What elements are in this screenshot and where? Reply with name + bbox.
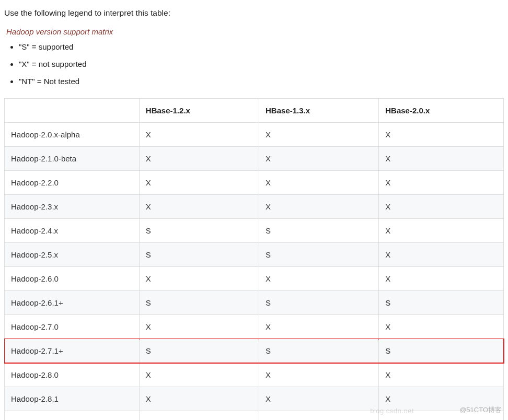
cell-value: X: [379, 267, 504, 291]
cell-value: X: [259, 387, 379, 411]
cell-value: S: [139, 243, 259, 267]
table-row: Hadoop-3.0.0NTNTNT: [5, 411, 504, 421]
cell-value: S: [379, 339, 504, 363]
cell-value: NT: [139, 411, 259, 421]
table-body: Hadoop-2.0.x-alphaXXXHadoop-2.1.0-betaXX…: [5, 123, 504, 421]
cell-value: X: [379, 219, 504, 243]
table-row: Hadoop-2.3.xXXX: [5, 195, 504, 219]
col-header-empty: [5, 99, 140, 123]
col-header-hbase13: HBase-1.3.x: [259, 99, 379, 123]
cell-value: X: [139, 171, 259, 195]
support-matrix-table: HBase-1.2.x HBase-1.3.x HBase-2.0.x Hado…: [4, 98, 504, 420]
col-header-hbase12: HBase-1.2.x: [139, 99, 259, 123]
cell-value: X: [379, 387, 504, 411]
row-label: Hadoop-3.0.0: [5, 411, 140, 421]
row-label: Hadoop-2.5.x: [5, 243, 140, 267]
table-row: Hadoop-2.4.xSSX: [5, 219, 504, 243]
legend-title: Hadoop version support matrix: [6, 27, 504, 36]
cell-value: S: [139, 291, 259, 315]
row-label: Hadoop-2.2.0: [5, 171, 140, 195]
intro-text: Use the following legend to interpret th…: [4, 8, 504, 18]
row-label: Hadoop-2.3.x: [5, 195, 140, 219]
cell-value: X: [259, 171, 379, 195]
row-label: Hadoop-2.8.0: [5, 363, 140, 387]
row-label: Hadoop-2.7.1+: [5, 339, 140, 363]
cell-value: S: [259, 339, 379, 363]
col-header-hbase20: HBase-2.0.x: [379, 99, 504, 123]
cell-value: X: [139, 315, 259, 339]
table-row: Hadoop-2.8.0XXX: [5, 363, 504, 387]
cell-value: X: [379, 147, 504, 171]
legend-item: "X" = not supported: [19, 60, 504, 68]
cell-value: X: [259, 315, 379, 339]
row-label: Hadoop-2.6.0: [5, 267, 140, 291]
cell-value: X: [139, 147, 259, 171]
cell-value: X: [139, 363, 259, 387]
cell-value: S: [139, 339, 259, 363]
legend-item: "NT" = Not tested: [19, 77, 504, 86]
legend-item: "S" = supported: [19, 42, 504, 51]
cell-value: X: [259, 147, 379, 171]
row-label: Hadoop-2.8.1: [5, 387, 140, 411]
cell-value: S: [139, 219, 259, 243]
cell-value: S: [259, 291, 379, 315]
cell-value: X: [379, 315, 504, 339]
table-row: Hadoop-2.8.1XXX: [5, 387, 504, 411]
cell-value: X: [379, 243, 504, 267]
cell-value: NT: [259, 411, 379, 421]
cell-value: X: [259, 195, 379, 219]
cell-value: X: [139, 123, 259, 147]
cell-value: X: [139, 267, 259, 291]
cell-value: X: [139, 195, 259, 219]
table-row: Hadoop-2.7.0XXX: [5, 315, 504, 339]
table-row: Hadoop-2.6.1+SSS: [5, 291, 504, 315]
table-row: Hadoop-2.1.0-betaXXX: [5, 147, 504, 171]
cell-value: S: [259, 219, 379, 243]
row-label: Hadoop-2.4.x: [5, 219, 140, 243]
row-label: Hadoop-2.6.1+: [5, 291, 140, 315]
cell-value: X: [379, 363, 504, 387]
table-row: Hadoop-2.5.xSSX: [5, 243, 504, 267]
cell-value: X: [259, 123, 379, 147]
cell-value: X: [259, 363, 379, 387]
table-row: Hadoop-2.2.0XXX: [5, 171, 504, 195]
cell-value: X: [379, 171, 504, 195]
cell-value: X: [139, 387, 259, 411]
table-row: Hadoop-2.0.x-alphaXXX: [5, 123, 504, 147]
cell-value: S: [379, 291, 504, 315]
cell-value: S: [259, 243, 379, 267]
legend-list: "S" = supported "X" = not supported "NT"…: [4, 42, 504, 86]
row-label: Hadoop-2.7.0: [5, 315, 140, 339]
cell-value: X: [379, 123, 504, 147]
row-label: Hadoop-2.1.0-beta: [5, 147, 140, 171]
table-header-row: HBase-1.2.x HBase-1.3.x HBase-2.0.x: [5, 99, 504, 123]
table-row: Hadoop-2.7.1+SSS: [5, 339, 504, 363]
cell-value: X: [379, 195, 504, 219]
row-label: Hadoop-2.0.x-alpha: [5, 123, 140, 147]
table-row: Hadoop-2.6.0XXX: [5, 267, 504, 291]
cell-value: NT: [379, 411, 504, 421]
cell-value: X: [259, 267, 379, 291]
